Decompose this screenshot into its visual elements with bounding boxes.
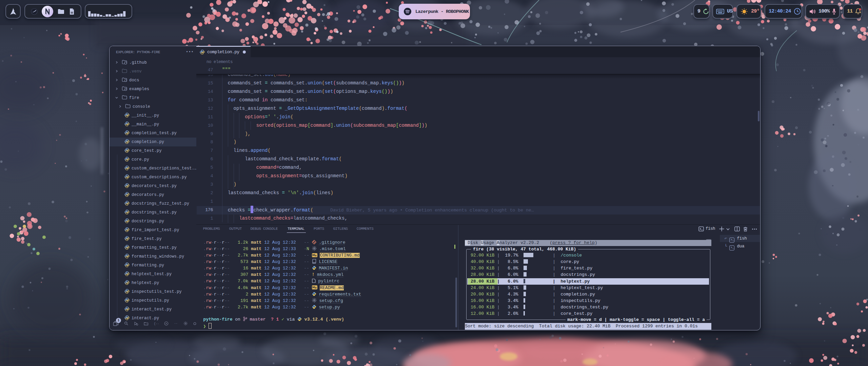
- svg-text:···: ···: [174, 322, 178, 325]
- svg-text:{··}: {··}: [154, 322, 159, 325]
